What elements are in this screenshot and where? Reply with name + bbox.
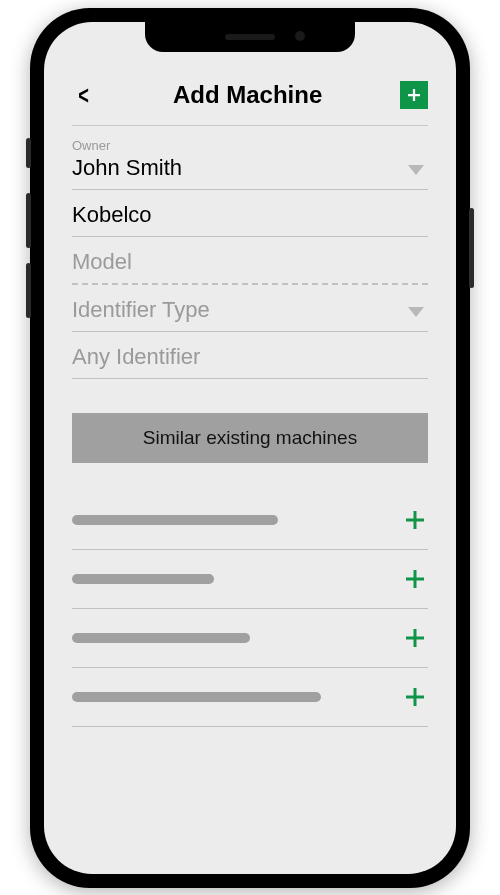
add-item-button[interactable] [402,684,428,710]
identifier-type-field[interactable]: Identifier Type [72,285,428,332]
similar-machines-header: Similar existing machines [72,413,428,463]
plus-icon [403,508,427,532]
add-button[interactable] [400,81,428,109]
plus-icon [403,626,427,650]
header: < Add Machine [72,70,428,126]
app-content: < Add Machine Owner John Smith Kobelco M… [44,22,456,874]
placeholder-bar [72,574,214,584]
phone-frame: < Add Machine Owner John Smith Kobelco M… [30,8,470,888]
plus-icon [403,685,427,709]
add-item-button[interactable] [402,507,428,533]
owner-value: John Smith [72,155,428,181]
chevron-down-icon [408,307,424,317]
owner-label: Owner [72,138,428,153]
plus-icon [403,567,427,591]
volume-down [26,263,31,318]
chevron-down-icon [408,165,424,175]
any-identifier-placeholder: Any Identifier [72,344,428,370]
similar-list [72,491,428,727]
power-button [469,208,474,288]
list-item [72,491,428,550]
add-item-button[interactable] [402,566,428,592]
list-item [72,550,428,609]
list-item [72,609,428,668]
identifier-type-placeholder: Identifier Type [72,297,428,323]
add-item-button[interactable] [402,625,428,651]
list-item [72,668,428,727]
any-identifier-field[interactable]: Any Identifier [72,332,428,379]
brand-field[interactable]: Kobelco [72,190,428,237]
back-button[interactable]: < [75,80,91,111]
notch [145,22,355,52]
placeholder-bar [72,692,321,702]
mute-switch [26,138,31,168]
page-title: Add Machine [173,81,322,109]
owner-field[interactable]: Owner John Smith [72,126,428,190]
placeholder-bar [72,515,278,525]
model-field[interactable]: Model [72,237,428,285]
brand-value: Kobelco [72,202,428,228]
volume-up [26,193,31,248]
model-placeholder: Model [72,249,428,275]
screen: < Add Machine Owner John Smith Kobelco M… [44,22,456,874]
placeholder-bar [72,633,250,643]
plus-icon [405,86,423,104]
